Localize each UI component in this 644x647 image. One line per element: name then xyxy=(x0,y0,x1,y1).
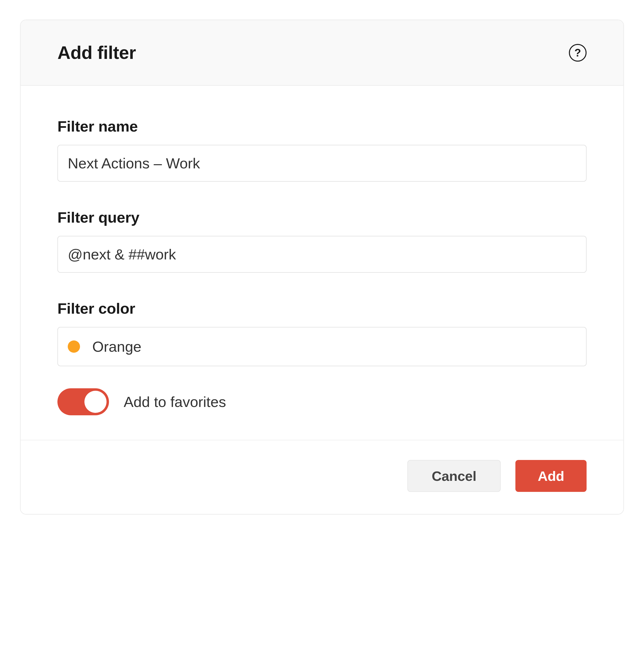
favorites-row: Add to favorites xyxy=(57,388,587,415)
add-filter-dialog: Add filter ? Filter name Filter query Fi… xyxy=(20,20,624,514)
toggle-knob-icon xyxy=(84,391,106,413)
favorites-toggle[interactable] xyxy=(57,388,109,415)
filter-query-label: Filter query xyxy=(57,209,587,226)
dialog-header: Add filter ? xyxy=(21,20,623,86)
filter-color-select[interactable]: Orange xyxy=(57,327,587,366)
filter-name-label: Filter name xyxy=(57,118,587,135)
filter-color-group: Filter color Orange xyxy=(57,300,587,366)
color-swatch-icon xyxy=(68,341,80,353)
filter-name-input[interactable] xyxy=(57,145,587,182)
filter-query-input[interactable] xyxy=(57,236,587,273)
filter-query-group: Filter query xyxy=(57,209,587,273)
dialog-body: Filter name Filter query Filter color Or… xyxy=(21,86,623,440)
dialog-footer: Cancel Add xyxy=(21,440,623,514)
add-button[interactable]: Add xyxy=(515,460,587,492)
dialog-title: Add filter xyxy=(57,42,136,63)
filter-color-label: Filter color xyxy=(57,300,587,317)
filter-color-value: Orange xyxy=(92,338,141,355)
cancel-button[interactable]: Cancel xyxy=(408,460,501,492)
favorites-label: Add to favorites xyxy=(124,393,226,410)
filter-name-group: Filter name xyxy=(57,118,587,182)
help-icon[interactable]: ? xyxy=(569,44,587,62)
